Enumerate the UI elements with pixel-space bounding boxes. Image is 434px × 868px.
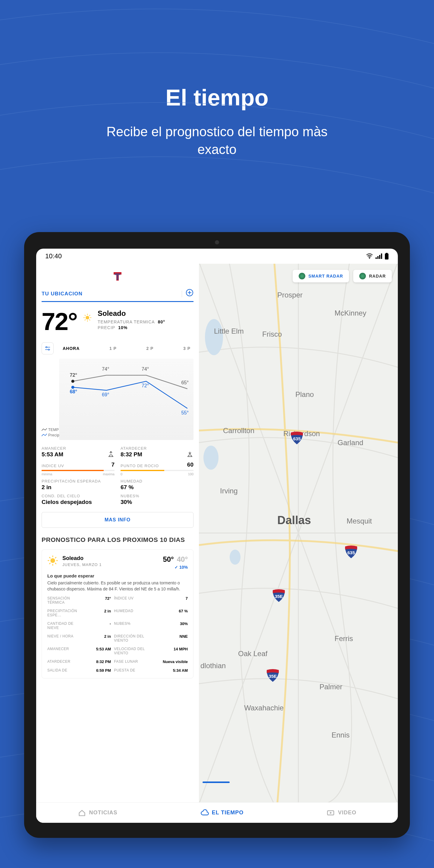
dew-bar [121,470,193,471]
map-city-label: Prosper [277,291,303,299]
app-logo-row [41,264,193,289]
nav-noticias[interactable]: NOTICIAS [78,809,118,817]
highway-shield: 35E [271,588,286,603]
home-icon [78,809,86,817]
svg-rect-5 [385,253,389,259]
svg-rect-4 [381,253,382,259]
nav-tiempo[interactable]: EL TIEMPO [200,809,244,817]
bottom-nav: NOTICIAS EL TIEMPO VIDEO [36,802,398,823]
svg-point-0 [369,257,370,258]
signal-icon [375,253,382,259]
svg-point-44 [204,446,218,470]
map-city-label: Little Elm [214,327,244,336]
map-city-label: McKinney [335,309,366,317]
hourly-strip: AHORA 1 P 2 P 3 P [41,342,193,354]
svg-point-45 [230,550,241,565]
map-city-label: Dallas [277,514,311,527]
promo-subtitle: Recibe el prognostico del tiempo màs exa… [12,123,422,158]
hour-1[interactable]: 1 P [110,346,117,351]
svg-point-27 [71,380,74,383]
tablet-frame: 10:40 TU UBICACION [24,232,410,838]
svg-text:35E: 35E [269,674,277,679]
hour-now[interactable]: AHORA [63,346,80,351]
condition-text: Soleado [98,309,193,318]
chart-legend: TEMP Precip [41,428,59,438]
map-panel[interactable]: SMART RADAR RADAR ProsperMcKinneyLittle … [199,264,398,802]
svg-text:35E: 35E [275,594,283,599]
day-stats-grid: SENSACIÓN TÉRMICA72°ÍNDICE UV7PRECIPITAC… [47,596,188,673]
svg-line-16 [89,315,90,316]
map-city-label: Carrollton [223,427,254,435]
tablet-screen: 10:40 TU UBICACION [36,249,398,823]
svg-rect-6 [386,253,388,254]
radar-dot-icon [299,273,305,279]
map-city-label: Ennis [332,731,350,739]
map-city-label: Plano [296,390,314,399]
svg-rect-1 [375,257,377,259]
promo-header: El tiempo Recibe el prognostico del tiem… [0,0,434,158]
weather-panel: TU UBICACION 72° Soleado [36,264,199,802]
map-city-label: Ferris [335,634,353,643]
map-city-label: Waxahachie [244,704,284,712]
svg-line-40 [49,563,50,564]
status-time: 10:40 [45,252,62,260]
nav-indicator [203,781,230,783]
svg-point-43 [205,319,223,355]
svg-text:74°: 74° [142,366,149,372]
wifi-icon [366,253,373,259]
nav-video[interactable]: VIDEO [327,809,356,817]
map-city-label: Palmer [319,683,342,691]
svg-line-39 [55,563,56,564]
sunset-icon [186,451,193,458]
telemundo-logo [112,270,123,282]
svg-point-33 [50,558,55,563]
sun-icon [47,555,58,567]
cloud-icon [200,809,209,817]
hour-2[interactable]: 2 P [146,346,153,351]
highway-shield: 35E [265,668,280,683]
battery-icon [384,253,389,259]
status-icons [366,253,389,259]
map-city-label: Frisco [262,330,282,338]
svg-text:635: 635 [293,436,301,441]
add-location-button[interactable] [186,289,193,299]
svg-text:72°: 72° [70,372,77,378]
forecast-day-card[interactable]: Soleado JUEVES, MARZO 1 50° 40° ✓ 10% Lo… [41,550,193,678]
radar-button[interactable]: RADAR [353,270,392,282]
current-conditions: 72° Soleado TEMPERATURA TERMICA 80° PREC… [41,307,193,336]
svg-text:72°: 72° [142,383,149,388]
svg-line-14 [89,319,90,320]
forecast-title: PRONOSTICO PARA LOS PROXIMOS 10 DIAS [41,536,193,544]
svg-rect-3 [379,255,380,259]
chart-settings-button[interactable] [41,342,54,354]
tablet-camera [215,240,219,244]
map-city-label: dlothian [200,661,226,670]
svg-line-41 [55,557,56,558]
highway-shield: 635 [289,430,304,445]
svg-rect-2 [377,256,378,259]
status-bar: 10:40 [36,249,398,264]
svg-point-8 [86,316,89,319]
svg-line-15 [85,319,86,320]
map-city-label: Oak Leaf [238,650,267,658]
hourly-chart: 72° 74° 74° 65° 68° 69° 72° 55° [59,359,193,440]
hour-3[interactable]: 3 P [183,346,190,351]
radar-dot-icon [359,273,366,279]
svg-text:55°: 55° [181,410,189,415]
stat-grid: AMANECER 5:53 AM ATARDECER 8:32 PM [41,446,193,505]
more-info-button[interactable]: MAS INFO [41,512,193,528]
location-header: TU UBICACION [41,289,193,302]
svg-line-13 [85,315,86,316]
svg-point-17 [46,347,47,348]
svg-line-38 [49,557,50,558]
highway-shield: 635 [344,544,359,559]
play-icon [327,809,335,817]
svg-text:635: 635 [347,550,355,555]
svg-point-20 [48,349,50,350]
map-city-label: Irving [220,487,238,495]
map-city-label: Mesquit [347,517,372,525]
svg-text:74°: 74° [102,366,110,372]
svg-point-32 [71,386,74,389]
smart-radar-button[interactable]: SMART RADAR [293,270,349,282]
map-city-label: Garland [338,438,363,447]
